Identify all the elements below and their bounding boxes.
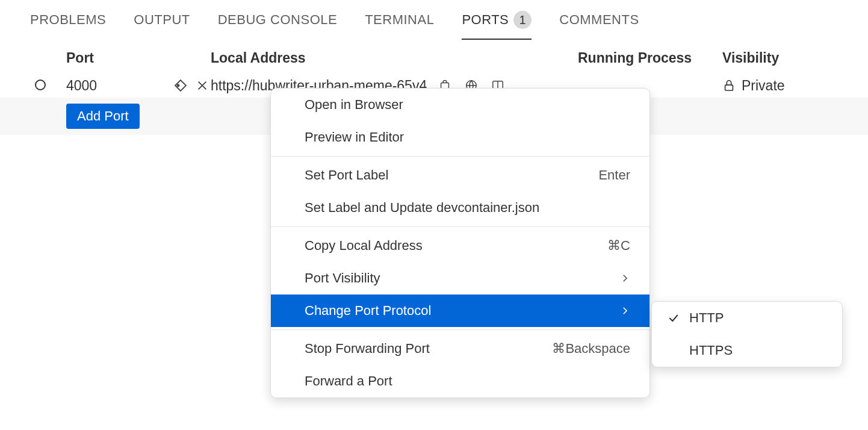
- header-running-process: Running Process: [578, 50, 722, 66]
- menu-copy-local-address[interactable]: Copy Local Address ⌘C: [271, 229, 649, 262]
- close-icon[interactable]: [194, 77, 211, 94]
- menu-forward-a-port[interactable]: Forward a Port: [271, 365, 649, 397]
- tab-terminal[interactable]: TERMINAL: [365, 12, 434, 39]
- menu-set-port-label[interactable]: Set Port Label Enter: [271, 159, 649, 192]
- tab-ports-label: PORTS: [462, 12, 509, 28]
- menu-label: Set Port Label: [305, 167, 388, 183]
- table-headers: Port Local Address Running Process Visib…: [0, 40, 868, 73]
- header-local-address: Local Address: [211, 50, 578, 66]
- menu-label: Preview in Editor: [305, 129, 404, 145]
- menu-set-label-devcontainer[interactable]: Set Label and Update devcontainer.json: [271, 192, 649, 224]
- tag-icon[interactable]: [172, 77, 189, 94]
- submenu-https[interactable]: HTTPS: [652, 334, 842, 367]
- submenu-http[interactable]: HTTP: [652, 302, 842, 334]
- header-visibility: Visibility: [722, 50, 843, 66]
- tab-ports[interactable]: PORTS 1: [462, 11, 532, 40]
- menu-change-port-protocol[interactable]: Change Port Protocol: [271, 294, 649, 327]
- menu-separator: [271, 329, 649, 330]
- submenu-label: HTTP: [689, 310, 724, 326]
- menu-port-visibility[interactable]: Port Visibility: [271, 262, 649, 294]
- menu-label: Copy Local Address: [305, 238, 423, 254]
- tab-comments[interactable]: COMMENTS: [559, 12, 639, 39]
- add-port-button[interactable]: Add Port: [66, 104, 140, 129]
- chevron-right-icon: [619, 305, 630, 316]
- menu-label: Set Label and Update devcontainer.json: [305, 200, 539, 216]
- svg-point-0: [178, 85, 179, 87]
- chevron-right-icon: [619, 273, 630, 284]
- tab-debug-console[interactable]: DEBUG CONSOLE: [218, 12, 337, 39]
- ports-count-badge: 1: [513, 11, 532, 29]
- menu-shortcut: ⌘C: [607, 238, 630, 254]
- context-menu: Open in Browser Preview in Editor Set Po…: [270, 88, 650, 398]
- tab-output[interactable]: OUTPUT: [134, 12, 190, 39]
- protocol-submenu: HTTP HTTPS: [651, 301, 843, 367]
- menu-label: Stop Forwarding Port: [305, 341, 430, 357]
- port-cell: 4000: [66, 77, 211, 94]
- port-number: 4000: [66, 78, 167, 94]
- menu-separator: [271, 226, 649, 227]
- menu-shortcut: Enter: [598, 167, 630, 183]
- tab-problems[interactable]: PROBLEMS: [30, 12, 106, 39]
- menu-separator: [271, 156, 649, 157]
- panel-tabs: PROBLEMS OUTPUT DEBUG CONSOLE TERMINAL P…: [0, 0, 868, 40]
- menu-shortcut: ⌘Backspace: [552, 341, 630, 357]
- menu-label: Change Port Protocol: [305, 303, 431, 319]
- menu-label: Port Visibility: [305, 270, 380, 286]
- lock-icon: [722, 79, 736, 92]
- menu-preview-in-editor[interactable]: Preview in Editor: [271, 121, 649, 154]
- port-status-icon: [35, 79, 46, 90]
- menu-stop-forwarding-port[interactable]: Stop Forwarding Port ⌘Backspace: [271, 332, 649, 365]
- header-port: Port: [66, 50, 211, 66]
- status-cell: [0, 78, 66, 94]
- svg-rect-4: [725, 85, 733, 90]
- menu-open-in-browser[interactable]: Open in Browser: [271, 89, 649, 121]
- visibility-cell: Private: [722, 78, 843, 94]
- submenu-label: HTTPS: [689, 343, 733, 358]
- menu-label: Open in Browser: [305, 97, 403, 113]
- menu-label: Forward a Port: [305, 373, 392, 389]
- check-icon: [666, 312, 681, 324]
- visibility-value: Private: [742, 78, 785, 94]
